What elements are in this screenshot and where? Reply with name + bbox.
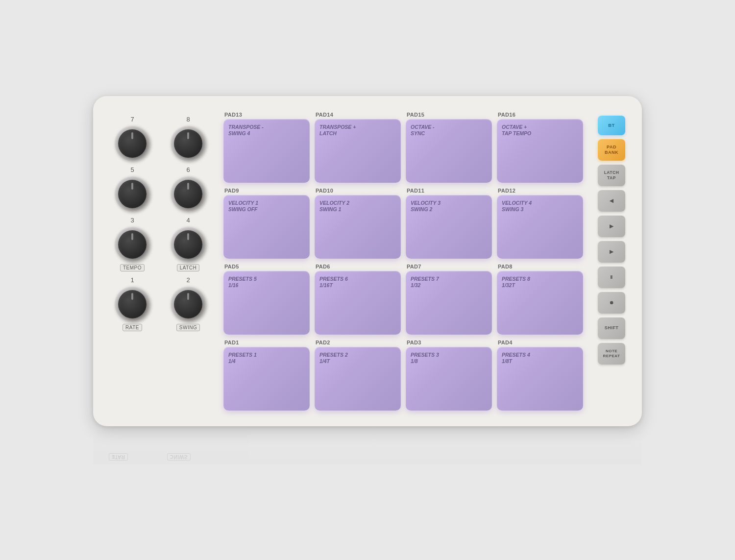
pad-3-line2: 1/8 bbox=[411, 358, 487, 365]
pad-1[interactable]: PRESETS 1 1/4 bbox=[223, 347, 310, 411]
play-button[interactable]: ▶ bbox=[598, 241, 625, 263]
pad-4-container: PAD4 PRESETS 4 1/8T bbox=[497, 340, 583, 411]
pad-3-line1: PRESETS 3 bbox=[411, 352, 487, 359]
pad-9-line2: SWING OFF bbox=[228, 206, 305, 213]
pad-11-label: PAD11 bbox=[406, 188, 492, 194]
note-repeat-button[interactable]: NOTEREPEAT bbox=[598, 343, 625, 365]
knob-group-3: 3 TEMPO bbox=[109, 217, 156, 271]
device-wrapper: 7 8 5 6 bbox=[93, 96, 642, 464]
pad-16-label: PAD16 bbox=[497, 112, 583, 118]
pad-1-label: PAD1 bbox=[223, 340, 310, 345]
pad-2-label: PAD2 bbox=[315, 340, 401, 345]
knob-group-8: 8 bbox=[165, 116, 212, 161]
pads-row-9-12: PAD9 VELOCITY 1 SWING OFF PAD10 VELOCITY… bbox=[223, 188, 583, 259]
pad-3-label: PAD3 bbox=[406, 340, 492, 345]
knob-4-number: 4 bbox=[186, 217, 190, 224]
pads-row-5-8: PAD5 PRESETS 5 1/16 PAD6 PRESETS 6 1/16T… bbox=[223, 264, 583, 335]
midi-controller: 7 8 5 6 bbox=[93, 96, 642, 426]
shift-button[interactable]: SHIFT bbox=[598, 317, 625, 339]
knob-7-number: 7 bbox=[130, 116, 134, 123]
pads-row-1-4: PAD1 PRESETS 1 1/4 PAD2 PRESETS 2 1/4T P… bbox=[223, 340, 583, 411]
knob-3-label: TEMPO bbox=[120, 264, 145, 271]
knob-5-inner bbox=[118, 180, 147, 208]
knob-2-outer[interactable] bbox=[171, 287, 206, 322]
pads-row-13-16: PAD13 TRANSPOSE - SWING 4 PAD14 TRANSPOS… bbox=[223, 112, 583, 183]
knob-4-label: LATCH bbox=[177, 264, 200, 271]
pad-10-container: PAD10 VELOCITY 2 SWING 1 bbox=[315, 188, 401, 259]
pad-10[interactable]: VELOCITY 2 SWING 1 bbox=[315, 195, 401, 259]
pad-13-line1: TRANSPOSE - bbox=[228, 124, 305, 131]
pad-15[interactable]: OCTAVE - SYNC bbox=[406, 119, 492, 183]
knob-2-number: 2 bbox=[186, 276, 190, 284]
bt-button[interactable]: BT bbox=[598, 116, 625, 135]
knob-3-number: 3 bbox=[130, 217, 134, 224]
knob-group-2: 2 SWING bbox=[165, 276, 212, 331]
knob-7-outer[interactable] bbox=[115, 126, 150, 161]
pad-4-line2: 1/8T bbox=[502, 358, 578, 365]
pad-16-container: PAD16 OCTAVE + TAP TEMPO bbox=[497, 112, 583, 183]
pad-12[interactable]: VELOCITY 4 SWING 3 bbox=[497, 195, 583, 259]
reflection-content: ƎTAЯ ƆNIWS bbox=[93, 449, 642, 464]
pads-section: PAD13 TRANSPOSE - SWING 4 PAD14 TRANSPOS… bbox=[223, 112, 583, 411]
pad-5[interactable]: PRESETS 5 1/16 bbox=[223, 271, 310, 335]
pad-9-line1: VELOCITY 1 bbox=[228, 200, 305, 207]
pad-14-line1: TRANSPOSE + bbox=[319, 124, 396, 131]
pad-7[interactable]: PRESETS 7 1/32 bbox=[406, 271, 492, 335]
pad-14-label: PAD14 bbox=[315, 112, 401, 118]
pad-9-label: PAD9 bbox=[223, 188, 310, 194]
pad-12-line1: VELOCITY 4 bbox=[502, 200, 578, 207]
pad-6-line2: 1/16T bbox=[319, 282, 396, 289]
knob-1-outer[interactable] bbox=[115, 287, 150, 322]
pad-3[interactable]: PRESETS 3 1/8 bbox=[406, 347, 492, 411]
knob-3-outer[interactable] bbox=[115, 227, 150, 262]
knob-6-outer[interactable] bbox=[171, 176, 206, 212]
knob-group-6: 6 bbox=[165, 166, 212, 212]
pad-11[interactable]: VELOCITY 3 SWING 2 bbox=[406, 195, 492, 259]
pad-1-line2: 1/4 bbox=[228, 358, 305, 365]
pad-8[interactable]: PRESETS 8 1/32T bbox=[497, 271, 583, 335]
pad-2[interactable]: PRESETS 2 1/4T bbox=[315, 347, 401, 411]
pad-12-label: PAD12 bbox=[497, 188, 583, 194]
knob-6-number: 6 bbox=[186, 166, 190, 173]
knob-2-inner bbox=[174, 290, 202, 318]
knob-group-5: 5 bbox=[109, 166, 156, 212]
pad-1-line1: PRESETS 1 bbox=[228, 352, 305, 359]
knob-group-7: 7 bbox=[109, 116, 156, 161]
pad-16[interactable]: OCTAVE + TAP TEMPO bbox=[497, 119, 583, 183]
pad-9[interactable]: VELOCITY 1 SWING OFF bbox=[223, 195, 310, 259]
pad-1-container: PAD1 PRESETS 1 1/4 bbox=[223, 340, 310, 411]
knob-8-outer[interactable] bbox=[171, 126, 206, 161]
pad-11-line2: SWING 2 bbox=[411, 206, 487, 213]
pad-4[interactable]: PRESETS 4 1/8T bbox=[497, 347, 583, 411]
left-button[interactable]: ◀ bbox=[598, 190, 625, 212]
pad-6[interactable]: PRESETS 6 1/16T bbox=[315, 271, 401, 335]
pad-13-line2: SWING 4 bbox=[228, 130, 305, 137]
pad-14[interactable]: TRANSPOSE + LATCH bbox=[315, 119, 401, 183]
knob-7-inner bbox=[118, 129, 147, 158]
knob-5-number: 5 bbox=[130, 166, 134, 173]
device-reflection: ƎTAЯ ƆNIWS bbox=[93, 425, 642, 464]
right-button[interactable]: ▶ bbox=[598, 216, 625, 237]
pad-8-line1: PRESETS 8 bbox=[502, 276, 578, 283]
knob-8-number: 8 bbox=[186, 116, 190, 123]
rec-button[interactable]: ⏺ bbox=[598, 292, 625, 314]
pad-15-label: PAD15 bbox=[406, 112, 492, 118]
knob-6-inner bbox=[174, 180, 202, 208]
pad-5-line2: 1/16 bbox=[228, 282, 305, 289]
pad-16-line1: OCTAVE + bbox=[502, 124, 578, 131]
pad-16-line2: TAP TEMPO bbox=[502, 130, 578, 137]
latch-tap-button[interactable]: LATCHTAP bbox=[598, 165, 625, 186]
pad-13[interactable]: TRANSPOSE - SWING 4 bbox=[223, 119, 310, 183]
knob-4-outer[interactable] bbox=[171, 227, 206, 262]
knob-2-label: SWING bbox=[176, 324, 200, 331]
pause-button[interactable]: ⏸ bbox=[598, 267, 625, 288]
pad-8-label: PAD8 bbox=[497, 264, 583, 269]
knob-8-inner bbox=[174, 129, 202, 158]
knob-5-outer[interactable] bbox=[115, 176, 150, 212]
knob-3-inner bbox=[118, 230, 147, 259]
pad-4-label: PAD4 bbox=[497, 340, 583, 345]
pad-14-container: PAD14 TRANSPOSE + LATCH bbox=[315, 112, 401, 183]
knob-1-number: 1 bbox=[130, 276, 134, 284]
pad-bank-button[interactable]: PADBANK bbox=[598, 139, 625, 161]
pad-11-container: PAD11 VELOCITY 3 SWING 2 bbox=[406, 188, 492, 259]
